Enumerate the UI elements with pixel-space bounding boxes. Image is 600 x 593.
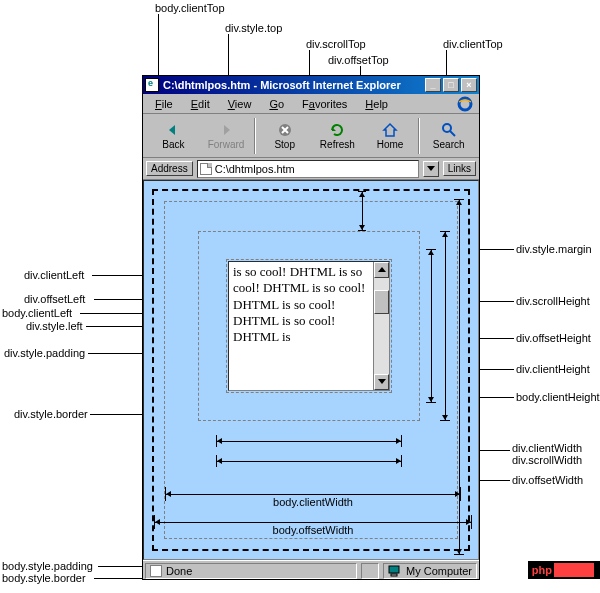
- address-label: Address: [146, 161, 193, 176]
- svg-line-3: [450, 131, 455, 136]
- div-text: is so cool! DHTML is so cool! DHTML is s…: [229, 262, 373, 390]
- label-div-offsetHeight: div.offsetHeight: [516, 332, 591, 344]
- search-button[interactable]: Search: [422, 116, 475, 156]
- page-icon: [200, 163, 212, 175]
- forward-arrow-icon: [216, 121, 236, 139]
- page-icon: [150, 565, 162, 577]
- div-border-box: is so cool! DHTML is so cool! DHTML is s…: [216, 249, 402, 403]
- label-div-style-margin: div.style.margin: [516, 243, 592, 255]
- maximize-button[interactable]: □: [443, 78, 459, 92]
- label-div-style-left: div.style.left: [26, 320, 83, 332]
- label-div-clientTop: div.clientTop: [443, 38, 503, 50]
- toolbar-divider: [418, 118, 420, 154]
- label-body-clientLeft: body.clientLeft: [2, 307, 72, 319]
- search-icon: [439, 121, 459, 139]
- back-arrow-icon: [163, 121, 183, 139]
- browser-window: C:\dhtmlpos.htm - Microsoft Internet Exp…: [142, 75, 480, 580]
- address-value: C:\dhtmlpos.htm: [215, 163, 295, 175]
- dim-div-offsetHeight: [426, 249, 436, 403]
- statusbar: Done My Computer: [143, 560, 479, 580]
- scroll-up-button[interactable]: [374, 262, 389, 278]
- svg-rect-4: [389, 566, 399, 573]
- address-bar: Address C:\dhtmlpos.htm Links: [143, 158, 479, 180]
- menu-favorites[interactable]: Favorites: [294, 96, 355, 112]
- body-border-box: is so cool! DHTML is so cool! DHTML is s…: [152, 189, 470, 551]
- zone-text: My Computer: [406, 565, 472, 577]
- dim-div-offsetWidth: [216, 455, 402, 467]
- home-icon: [380, 121, 400, 139]
- window-title: C:\dhtmlpos.htm - Microsoft Internet Exp…: [163, 79, 423, 91]
- document-icon: [145, 78, 159, 92]
- status-spacer: [361, 563, 379, 579]
- label-div-scrollHeight: div.scrollHeight: [516, 295, 590, 307]
- label-div-clientHeight: div.clientHeight: [516, 363, 590, 375]
- menu-go[interactable]: Go: [261, 96, 292, 112]
- label-div-scrollWidth: div.scrollWidth: [512, 454, 582, 466]
- label-div-offsetTop: div.offsetTop: [328, 54, 389, 66]
- menu-edit[interactable]: Edit: [183, 96, 218, 112]
- label-div-clientWidth: div.clientWidth: [512, 442, 582, 454]
- dim-body-clientWidth: body.clientWidth: [165, 487, 461, 501]
- watermark: php: [528, 561, 600, 579]
- label-div-clientLeft: div.clientLeft: [24, 269, 84, 281]
- label-body-style-padding: body.style.padding: [2, 560, 93, 572]
- label-div-offsetWidth: div.offsetWidth: [512, 474, 583, 486]
- address-input[interactable]: C:\dhtmlpos.htm: [197, 160, 419, 178]
- svg-rect-5: [391, 574, 397, 576]
- label-body-clientTop: body.clientTop: [155, 2, 225, 14]
- menubar: FFileile Edit View Go Favorites Help: [143, 94, 479, 114]
- back-button[interactable]: Back: [147, 116, 200, 156]
- dim-body-clientHeight: [454, 199, 464, 555]
- scroll-track[interactable]: [374, 314, 389, 374]
- dim-div-scrollHeight: [440, 231, 450, 421]
- menu-help[interactable]: Help: [357, 96, 396, 112]
- computer-icon: [388, 565, 402, 577]
- links-button[interactable]: Links: [443, 161, 476, 176]
- dim-body-offsetWidth: body.offsetWidth: [154, 515, 472, 529]
- svg-point-2: [443, 124, 451, 132]
- menu-view[interactable]: View: [220, 96, 260, 112]
- div-content-box: is so cool! DHTML is so cool! DHTML is s…: [228, 261, 390, 391]
- status-text: Done: [166, 565, 192, 577]
- refresh-button[interactable]: Refresh: [311, 116, 364, 156]
- home-button[interactable]: Home: [364, 116, 417, 156]
- minimize-button[interactable]: _: [425, 78, 441, 92]
- toolbar: Back Forward Stop Refresh Home Search: [143, 114, 479, 158]
- dim-div-offsetTop: [358, 191, 366, 231]
- toolbar-divider: [254, 118, 256, 154]
- dim-div-clientWidth: [216, 435, 402, 447]
- stop-button[interactable]: Stop: [258, 116, 311, 156]
- scroll-thumb[interactable]: [374, 290, 389, 314]
- label-div-style-border: div.style.border: [14, 408, 88, 420]
- stop-icon: [275, 121, 295, 139]
- leader: [446, 50, 447, 78]
- div-margin-box: is so cool! DHTML is so cool! DHTML is s…: [198, 231, 420, 421]
- label-div-scrollTop: div.scrollTop: [306, 38, 366, 50]
- refresh-icon: [327, 121, 347, 139]
- menu-file[interactable]: FFileile: [147, 96, 181, 112]
- forward-button[interactable]: Forward: [200, 116, 253, 156]
- viewport: is so cool! DHTML is so cool! DHTML is s…: [143, 180, 479, 560]
- label-div-offsetLeft: div.offsetLeft: [24, 293, 85, 305]
- vertical-scrollbar[interactable]: [373, 262, 389, 390]
- status-text-cell: Done: [145, 563, 357, 579]
- label-body-clientHeight: body.clientHeight: [516, 391, 600, 403]
- label-div-style-top: div.style.top: [225, 22, 282, 34]
- titlebar: C:\dhtmlpos.htm - Microsoft Internet Exp…: [143, 76, 479, 94]
- close-button[interactable]: ×: [461, 78, 477, 92]
- label-div-style-padding: div.style.padding: [4, 347, 85, 359]
- zone-cell: My Computer: [383, 563, 477, 579]
- ie-logo-icon: [455, 95, 475, 113]
- address-dropdown-button[interactable]: [423, 161, 439, 177]
- label-body-style-border: body.style.border: [2, 572, 86, 584]
- scroll-down-button[interactable]: [374, 374, 389, 390]
